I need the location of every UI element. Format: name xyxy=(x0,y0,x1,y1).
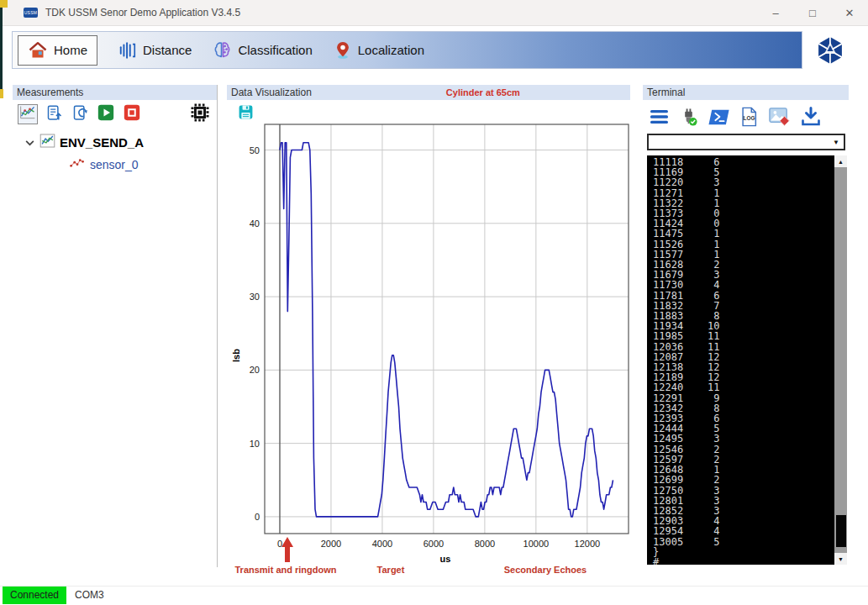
background-window-edge xyxy=(0,8,3,89)
nav-tab-localization-label: Localization xyxy=(358,43,424,57)
nav-tab-localization[interactable]: Localization xyxy=(334,40,424,60)
svg-text:0: 0 xyxy=(255,512,260,522)
svg-text:2000: 2000 xyxy=(321,539,341,549)
nav-tab-home-label: Home xyxy=(54,43,87,57)
window-title: TDK USSM Senor Demo Application V3.4.5 xyxy=(45,7,240,18)
app-icon: USSM xyxy=(24,8,38,18)
svg-text:40: 40 xyxy=(250,218,260,229)
stop-icon xyxy=(124,104,140,124)
home-icon xyxy=(28,40,48,60)
scroll-up-icon[interactable]: ▲ xyxy=(834,155,847,167)
plot-border xyxy=(265,124,629,534)
scroll-down-icon[interactable]: ▼ xyxy=(834,553,847,565)
com-port-tab[interactable]: COM3 xyxy=(66,587,113,604)
nav-tab-classification-label: Classification xyxy=(238,43,312,57)
close-button[interactable]: ✕ xyxy=(831,0,868,25)
svg-text:LOG: LOG xyxy=(744,115,755,121)
annotation-secondary: Secondary Echoes xyxy=(504,565,587,575)
graph-display-button[interactable] xyxy=(18,104,38,124)
connection-status-badge: Connected xyxy=(3,587,66,604)
svg-text:50: 50 xyxy=(250,145,260,155)
measurements-tree: ENV_SEND_A sensor_0 xyxy=(13,126,217,172)
terminal-console[interactable]: 11118 6 11169 5 11220 3 11271 1 11322 1 … xyxy=(647,155,847,565)
usb-connected-icon[interactable] xyxy=(679,108,698,130)
powershell-icon[interactable] xyxy=(708,108,730,129)
graph-node-icon xyxy=(39,133,55,152)
measurements-header: Measurements xyxy=(13,85,217,100)
save-icon[interactable] xyxy=(238,108,254,123)
command-dropdown[interactable]: ▼ xyxy=(647,134,845,150)
nav-tab-home[interactable]: Home xyxy=(18,35,97,66)
window-controls: – □ ✕ xyxy=(757,0,868,25)
screenshot-icon[interactable] xyxy=(768,107,790,130)
background-window-edge xyxy=(0,89,3,98)
play-button[interactable] xyxy=(96,104,116,124)
scrollbar-thumb[interactable] xyxy=(835,514,847,548)
document-refresh-button[interactable] xyxy=(70,104,90,124)
svg-text:6000: 6000 xyxy=(423,539,444,549)
viz-toolbar xyxy=(227,100,630,124)
terminal-scrollbar[interactable]: ▲ ▼ xyxy=(834,155,847,565)
background-window-edge xyxy=(0,0,8,8)
terminal-panel: Terminal xyxy=(643,85,849,568)
tdk-logo xyxy=(812,34,849,71)
title-bar: USSM TDK USSM Senor Demo Application V3.… xyxy=(0,0,868,26)
terminal-output: 11118 6 11169 5 11220 3 11271 1 11322 1 … xyxy=(647,155,847,565)
menu-icon[interactable] xyxy=(650,108,669,129)
annotation-transmit: Transmit and ringdown xyxy=(234,565,336,575)
svg-text:12000: 12000 xyxy=(575,539,601,549)
envelope-trace xyxy=(280,143,613,517)
terminal-header: Terminal xyxy=(643,85,849,100)
x-axis-label: us xyxy=(440,554,451,564)
svg-text:30: 30 xyxy=(250,292,260,302)
data-visualization-panel: Data Visualization Cylinder at 65cm xyxy=(227,85,630,581)
svg-text:10: 10 xyxy=(250,439,260,449)
chart-caption: Cylinder at 65cm xyxy=(446,87,520,97)
stop-button[interactable] xyxy=(122,104,142,124)
transmit-arrow-icon xyxy=(281,537,293,562)
nav-bar: Home Distance xyxy=(12,31,802,69)
data-visualization-title: Data Visualization xyxy=(231,87,312,98)
brain-circuit-icon xyxy=(213,40,232,60)
svg-text:4000: 4000 xyxy=(372,539,392,549)
tree-node-label: ENV_SEND_A xyxy=(60,135,144,150)
svg-text:10000: 10000 xyxy=(523,539,550,549)
export-script-button[interactable] xyxy=(44,104,64,124)
chip-config-button[interactable] xyxy=(190,104,210,124)
annotation-target: Target xyxy=(377,565,405,575)
waveform-icon xyxy=(118,41,137,60)
maximize-button[interactable]: □ xyxy=(794,0,831,25)
nav-tab-distance[interactable]: Distance xyxy=(118,41,192,60)
measurements-toolbar xyxy=(13,100,217,126)
chevron-down-icon[interactable]: ▼ xyxy=(833,139,844,146)
svg-text:20: 20 xyxy=(250,365,260,375)
nav-tab-distance-label: Distance xyxy=(143,43,192,57)
svg-text:8000: 8000 xyxy=(475,539,495,549)
terminal-toolbar: LOG xyxy=(643,100,849,131)
graph-display-icon xyxy=(19,104,36,124)
status-bar: Connected COM3 xyxy=(0,586,868,605)
chevron-down-icon[interactable] xyxy=(24,135,35,150)
download-icon[interactable] xyxy=(800,107,822,130)
document-refresh-icon xyxy=(71,104,89,125)
y-axis-label: lsb xyxy=(231,349,241,362)
scatter-sensor-icon xyxy=(70,157,85,172)
map-pin-icon xyxy=(334,40,352,60)
app-window: USSM TDK USSM Senor Demo Application V3.… xyxy=(0,0,868,605)
nav-tab-classification[interactable]: Classification xyxy=(213,40,312,60)
chip-icon xyxy=(190,103,210,126)
svg-text:0: 0 xyxy=(277,539,282,549)
tree-node-env-send-a[interactable]: ENV_SEND_A xyxy=(13,133,217,152)
envelope-chart: 01020304050020004000600080001000012000 l… xyxy=(229,122,630,583)
data-visualization-header: Data Visualization Cylinder at 65cm xyxy=(227,85,630,100)
measurements-panel: Measurements xyxy=(13,85,218,567)
play-icon xyxy=(97,104,114,124)
minimize-button[interactable]: – xyxy=(757,0,794,25)
tree-node-sensor-0[interactable]: sensor_0 xyxy=(13,157,217,172)
log-file-icon[interactable]: LOG xyxy=(740,107,758,130)
tree-node-label: sensor_0 xyxy=(90,158,139,171)
export-script-icon xyxy=(45,104,63,125)
